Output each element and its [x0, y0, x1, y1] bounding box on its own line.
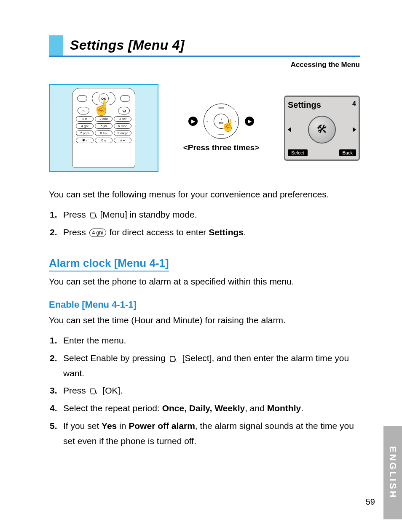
softkey-icon — [169, 355, 179, 363]
left-softkey-icon — [77, 95, 87, 102]
ok-pad-icon: OK — [92, 92, 115, 105]
right-softkey-icon — [120, 95, 130, 102]
page-title: Settings [Menu 4] — [70, 37, 185, 53]
nav-pad-icon: iOK ☝ — [204, 104, 239, 139]
screen-back-label: Back — [339, 149, 356, 156]
softkey-icon — [89, 388, 99, 395]
arrow-right-icon: ▶ — [188, 117, 198, 126]
softkey-icon — [89, 212, 99, 219]
section-heading: Alarm clock [Menu 4-1] — [49, 257, 169, 271]
list-item: 1.Press [Menu] in standby mode. — [50, 207, 360, 222]
screen-title: Settings — [288, 100, 321, 110]
key-4-icon: 4 ghi — [89, 229, 106, 237]
send-key-icon: ↖ — [78, 107, 89, 114]
list-item: 5.If you set Yes in Power off alarm, the… — [50, 418, 360, 448]
settings-wrench-icon: 🛠 — [308, 116, 336, 144]
screen-select-label: Select — [288, 149, 308, 156]
triangle-right-icon — [353, 127, 356, 132]
intro-text: You can set the following menus for your… — [49, 189, 360, 200]
nav-instruction: ▶ iOK ☝ ▶ <Press three times> — [166, 104, 276, 152]
figure-row: OK ↖ ⏻ 1 ∞2 abc3 def 4 ghi5 jkl6 mno 7 p… — [49, 84, 360, 172]
end-key-icon: ⏻ — [118, 107, 130, 114]
screen-index: 4 — [352, 100, 356, 108]
nav-caption: <Press three times> — [183, 143, 260, 152]
phone-illustration: OK ↖ ⏻ 1 ∞2 abc3 def 4 ghi5 jkl6 mno 7 p… — [49, 84, 158, 172]
language-tab: ENGLISH — [383, 426, 402, 519]
list-item: 4.Select the repeat period: Once, Daily,… — [50, 401, 360, 416]
list-item: 3.Press [OK]. — [50, 383, 360, 398]
subsection-heading: Enable [Menu 4-1-1] — [49, 299, 360, 310]
page-header: Settings [Menu 4] — [49, 35, 360, 57]
triangle-left-icon — [288, 127, 291, 132]
intro-steps: 1.Press [Menu] in standby mode. 2.Press … — [49, 207, 360, 239]
section-text: You can set the phone to alarm at a spec… — [49, 276, 360, 287]
header-accent — [49, 35, 63, 56]
list-item: 1.Enter the menu. — [50, 333, 360, 348]
phone-screen: Settings 4 🛠 Select Back — [284, 96, 360, 161]
enable-steps: 1.Enter the menu. 2.Select Enable by pre… — [49, 333, 360, 448]
list-item: 2.Press 4 ghi for direct access to enter… — [50, 225, 360, 240]
arrow-right-icon: ▶ — [245, 117, 254, 126]
page-subtitle: Accessing the Menu — [49, 61, 360, 69]
page-number: 59 — [366, 497, 375, 507]
subsection-text: You can set the time (Hour and Minute) f… — [49, 314, 360, 326]
list-item: 2.Select Enable by pressing [Select], an… — [50, 351, 360, 380]
